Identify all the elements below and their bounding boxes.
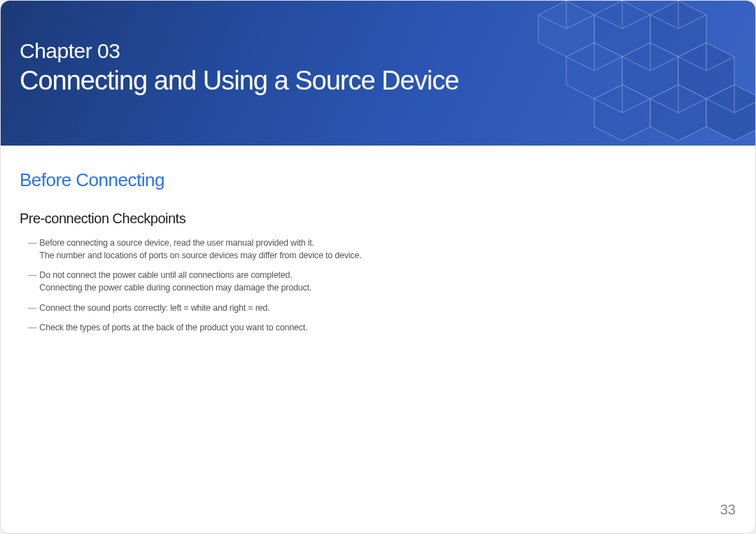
chapter-title: Connecting and Using a Source Device: [20, 66, 458, 96]
section-heading: Before Connecting: [20, 169, 736, 191]
banner-heading-block: Chapter 03 Connecting and Using a Source…: [20, 39, 458, 96]
note-text: Before connecting a source device, read …: [39, 237, 361, 262]
note-item: ― Check the types of ports at the back o…: [20, 321, 736, 334]
chapter-banner: Chapter 03 Connecting and Using a Source…: [1, 1, 755, 146]
note-item: ― Before connecting a source device, rea…: [20, 237, 736, 262]
note-item: ― Do not connect the power cable until a…: [20, 269, 736, 294]
note-dash-icon: ―: [28, 321, 36, 334]
note-dash-icon: ―: [28, 237, 36, 249]
document-page: Chapter 03 Connecting and Using a Source…: [0, 0, 756, 534]
note-item: ― Connect the sound ports correctly: lef…: [20, 302, 736, 314]
page-content: Before Connecting Pre-connection Checkpo…: [1, 146, 755, 334]
note-text: Connect the sound ports correctly: left …: [39, 302, 270, 314]
decorative-cubes: [524, 1, 755, 146]
note-text: Check the types of ports at the back of …: [39, 321, 307, 334]
note-text: Do not connect the power cable until all…: [39, 269, 312, 294]
page-number: 33: [720, 502, 736, 518]
note-dash-icon: ―: [28, 269, 36, 281]
subsection-heading: Pre-connection Checkpoints: [20, 211, 736, 227]
note-dash-icon: ―: [28, 302, 36, 314]
chapter-label: Chapter 03: [20, 39, 458, 63]
